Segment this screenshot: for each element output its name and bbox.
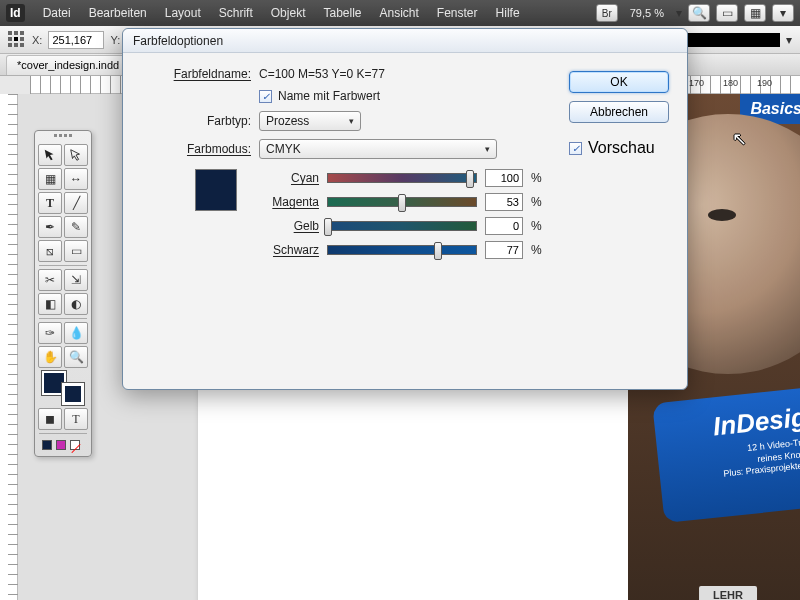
gradient-swatch-tool[interactable]: ◧ [38,293,62,315]
colortype-label: Farbtyp: [141,114,259,128]
panel-grip-icon[interactable] [38,134,88,142]
reference-point-icon[interactable] [8,31,26,49]
hand-tool[interactable]: ✋ [38,346,62,368]
ruler-tick-label: 170 [689,78,704,88]
cover-lehr-label: LEHR [699,586,757,600]
colormode-dropdown[interactable]: CMYK [259,139,497,159]
gap-tool[interactable]: ↔ [64,168,88,190]
color-preview-swatch [195,169,237,211]
pencil-tool[interactable]: ✎ [64,216,88,238]
app-menubar: Id Datei Bearbeiten Layout Schrift Objek… [0,0,800,26]
tools-panel[interactable]: ▦ ↔ T ╱ ✒ ✎ ⧅ ▭ ✂ ⇲ ◧ ◐ ✑ 💧 ✋ [34,130,92,457]
eyedropper-tool[interactable]: 💧 [64,322,88,344]
x-field[interactable] [48,31,104,49]
cyan-field[interactable] [485,169,523,187]
yellow-field[interactable] [485,217,523,235]
cyan-label: Cyan [259,171,319,185]
checkmark-icon: ✓ [259,90,272,103]
workspace-button[interactable]: ▾ [772,4,794,22]
menu-fenster[interactable]: Fenster [429,4,486,22]
scissors-tool[interactable]: ✂ [38,269,62,291]
y-label: Y: [110,34,120,46]
swatch-name-label: Farbfeldname: [141,67,259,81]
gradient-feather-tool[interactable]: ◐ [64,293,88,315]
magenta-label: Magenta [259,195,319,209]
black-slider[interactable] [327,245,477,255]
percent-label: % [531,171,545,185]
pen-tool[interactable]: ✒ [38,216,62,238]
free-transform-tool[interactable]: ⇲ [64,269,88,291]
colormode-label: Farbmodus: [141,142,259,156]
stroke-style-preview[interactable] [680,33,780,47]
menu-datei[interactable]: Datei [35,4,79,22]
percent-label: % [531,243,545,257]
cancel-button[interactable]: Abbrechen [569,101,669,123]
selection-tool[interactable] [38,144,62,166]
color-chip[interactable] [70,440,80,450]
rectangle-frame-tool[interactable]: ⧅ [38,240,62,262]
percent-label: % [531,195,545,209]
percent-label: % [531,219,545,233]
zoom-tool[interactable]: 🔍 [64,346,88,368]
note-tool[interactable]: ✑ [38,322,62,344]
apply-text-button[interactable]: T [64,408,88,430]
black-field[interactable] [485,241,523,259]
zoom-level[interactable]: 79,5 % [624,7,670,19]
magenta-field[interactable] [485,193,523,211]
slider-thumb-icon[interactable] [398,194,406,212]
menu-hilfe[interactable]: Hilfe [488,4,528,22]
yellow-label: Gelb [259,219,319,233]
bridge-button[interactable]: Br [596,4,618,22]
document-tab[interactable]: *cover_indesign.indd [6,55,130,75]
swatch-name-value: C=100 M=53 Y=0 K=77 [259,67,385,81]
color-chips [38,437,88,453]
checkmark-icon: ✓ [569,142,582,155]
direct-selection-tool[interactable] [64,144,88,166]
yellow-slider[interactable] [327,221,477,231]
ok-button[interactable]: OK [569,71,669,93]
search-icon[interactable]: 🔍 [688,4,710,22]
color-chip[interactable] [42,440,52,450]
name-with-value-checkbox[interactable]: ✓ Name mit Farbwert [259,89,380,103]
menu-bearbeiten[interactable]: Bearbeiten [81,4,155,22]
line-tool[interactable]: ╱ [64,192,88,214]
slider-thumb-icon[interactable] [434,242,442,260]
menu-ansicht[interactable]: Ansicht [372,4,427,22]
ruler-tick-label: 180 [723,78,738,88]
black-label: Schwarz [259,243,319,257]
chevron-down-icon[interactable]: ▾ [786,34,792,46]
apply-color-button[interactable]: ◼ [38,408,62,430]
ruler-tick-label: 190 [757,78,772,88]
cover-title-box: InDesign 12 h Video-Training reines Know… [652,385,800,523]
x-label: X: [32,34,42,46]
dialog-title[interactable]: Farbfeldoptionen [123,29,687,53]
menu-layout[interactable]: Layout [157,4,209,22]
colortype-dropdown[interactable]: Prozess [259,111,361,131]
preview-checkbox[interactable]: ✓ Vorschau [569,139,669,157]
slider-thumb-icon[interactable] [324,218,332,236]
type-tool[interactable]: T [38,192,62,214]
stroke-color-icon[interactable] [62,383,84,405]
rectangle-tool[interactable]: ▭ [64,240,88,262]
chevron-down-icon[interactable]: ▾ [676,7,682,19]
menu-objekt[interactable]: Objekt [263,4,314,22]
ruler-vertical[interactable] [0,94,18,600]
screenmode-button[interactable]: ▭ [716,4,738,22]
app-logo-icon: Id [6,4,25,22]
menu-tabelle[interactable]: Tabelle [315,4,369,22]
menu-schrift[interactable]: Schrift [211,4,261,22]
color-chip[interactable] [56,440,66,450]
fill-stroke-swatch[interactable] [40,371,86,405]
page-tool[interactable]: ▦ [38,168,62,190]
swatch-options-dialog: Farbfeldoptionen Farbfeldname: C=100 M=5… [122,28,688,390]
slider-thumb-icon[interactable] [466,170,474,188]
magenta-slider[interactable] [327,197,477,207]
cyan-slider[interactable] [327,173,477,183]
arrange-button[interactable]: ▦ [744,4,766,22]
